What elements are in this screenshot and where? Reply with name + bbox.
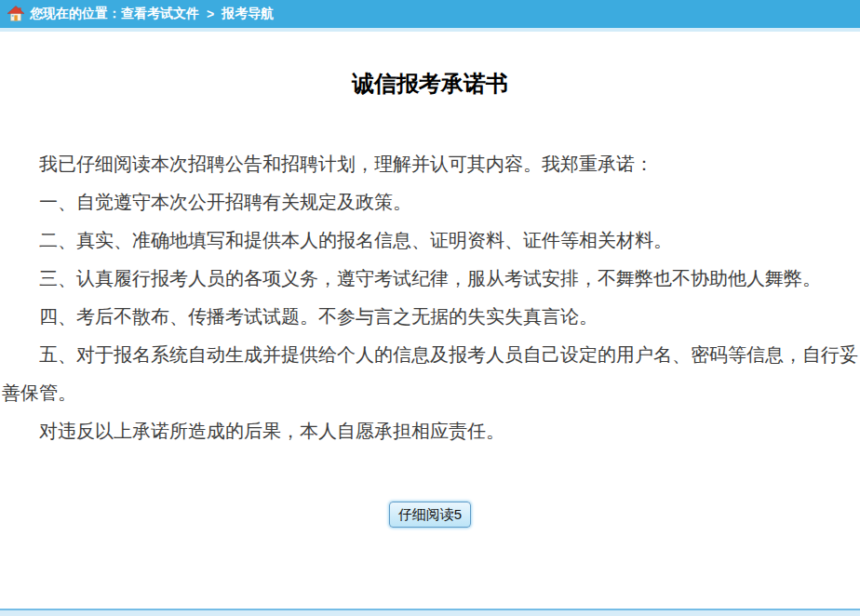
breadcrumb-bar: 您现在的位置：查看考试文件>报考导航 [0, 0, 860, 28]
page-title: 诚信报考承诺书 [2, 69, 858, 99]
paragraph-intro: 我已仔细阅读本次招聘公告和招聘计划，理解并认可其内容。我郑重承诺： [2, 145, 858, 183]
home-icon [7, 6, 24, 22]
paragraph-item-4: 四、考后不散布、传播考试试题。不参与言之无据的失实失真言论。 [2, 298, 858, 336]
commitment-text: 我已仔细阅读本次招聘公告和招聘计划，理解并认可其内容。我郑重承诺： 一、自觉遵守… [2, 145, 858, 450]
paragraph-item-3: 三、认真履行报考人员的各项义务，遵守考试纪律，服从考试安排，不舞弊也不协助他人舞… [2, 260, 858, 298]
paragraph-item-1: 一、自觉遵守本次公开招聘有关规定及政策。 [2, 183, 858, 221]
paragraph-item-5: 五、对于报名系统自动生成并提供给个人的信息及报考人员自己设定的用户名、密码等信息… [2, 336, 858, 412]
topbar-divider [0, 28, 860, 32]
button-row: 仔细阅读5 [2, 502, 858, 528]
breadcrumb-link-exam-files[interactable]: 查看考试文件 [121, 6, 199, 22]
read-carefully-countdown-button[interactable]: 仔细阅读5 [389, 502, 471, 528]
paragraph-item-2: 二、真实、准确地填写和提供本人的报名信息、证明资料、证件等相关材料。 [2, 221, 858, 260]
breadcrumb-separator: > [207, 7, 214, 21]
breadcrumb-current: 报考导航 [222, 6, 274, 22]
breadcrumb-location-label: 您现在的位置： [30, 6, 121, 22]
paragraph-closing: 对违反以上承诺所造成的后果，本人自愿承担相应责任。 [2, 412, 858, 450]
footer-strip [0, 609, 860, 616]
commitment-document: 诚信报考承诺书 我已仔细阅读本次招聘公告和招聘计划，理解并认可其内容。我郑重承诺… [0, 69, 860, 528]
